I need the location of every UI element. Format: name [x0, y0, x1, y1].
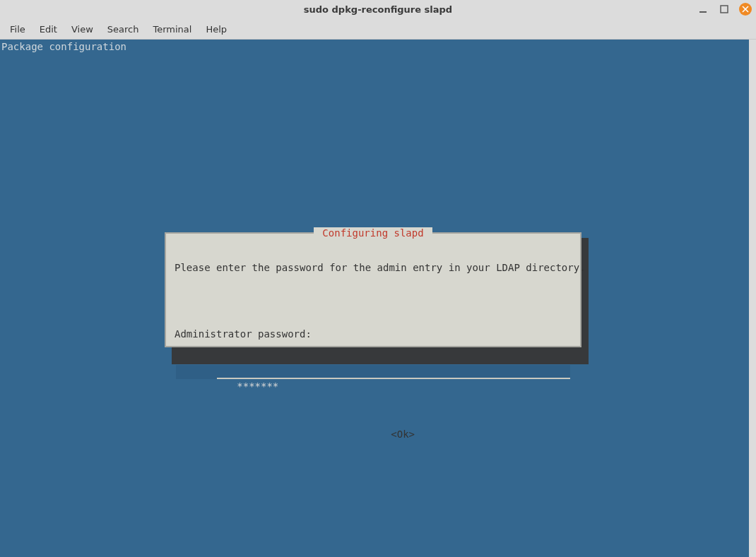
scrollbar[interactable] — [749, 40, 756, 557]
terminal[interactable]: Package configuration Configuring slapd … — [0, 40, 749, 557]
minimize-button[interactable] — [697, 3, 709, 16]
dialog-label: Administrator password: — [175, 328, 572, 340]
terminal-header-line: Package configuration — [1, 41, 126, 52]
ok-button[interactable]: <Ok> — [391, 429, 415, 440]
menubar: File Edit View Search Terminal Help — [0, 20, 756, 40]
menu-edit[interactable]: Edit — [33, 21, 64, 37]
menu-file[interactable]: File — [3, 21, 33, 37]
window-titlebar: sudo dpkg-reconfigure slapd — [0, 0, 756, 20]
password-input[interactable]: ******* — [176, 365, 570, 379]
dialog-prompt: Please enter the password for the admin … — [175, 262, 572, 273]
dialog-title: Configuring slapd — [314, 227, 432, 239]
menu-view[interactable]: View — [64, 21, 100, 37]
menu-help[interactable]: Help — [199, 21, 234, 37]
maximize-button[interactable] — [718, 3, 731, 16]
dialog-box: Configuring slapd Please enter the passw… — [165, 232, 581, 347]
svg-rect-0 — [699, 11, 707, 13]
dialog-title-bar: Configuring slapd — [166, 227, 580, 239]
menu-search[interactable]: Search — [100, 21, 146, 37]
menu-terminal[interactable]: Terminal — [146, 21, 199, 37]
close-button[interactable] — [739, 3, 752, 16]
password-value: ******* — [237, 381, 278, 392]
svg-rect-1 — [721, 6, 728, 13]
window-controls — [697, 3, 752, 16]
window-title: sudo dpkg-reconfigure slapd — [0, 0, 756, 20]
